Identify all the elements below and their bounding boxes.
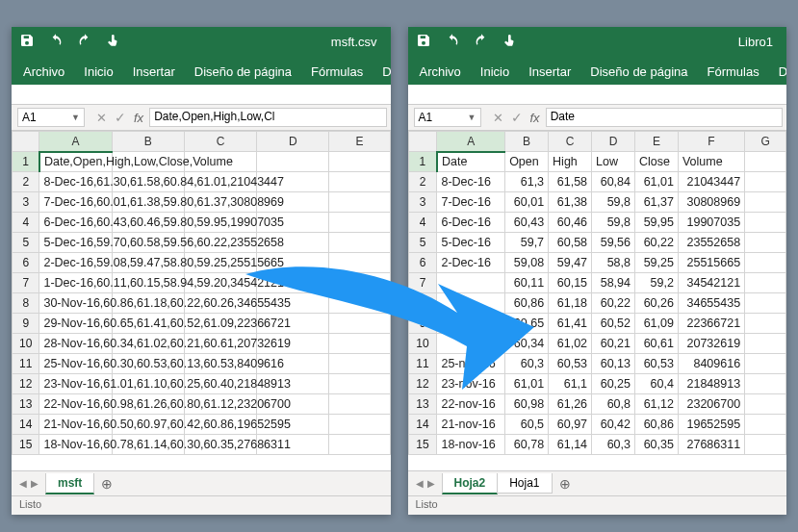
cell[interactable] bbox=[437, 273, 505, 293]
cell[interactable] bbox=[329, 192, 390, 213]
row-header[interactable]: 14 bbox=[408, 415, 437, 435]
row-header[interactable]: 1 bbox=[408, 152, 437, 172]
cell[interactable]: 59,8 bbox=[592, 192, 635, 213]
cell[interactable]: 22366721 bbox=[678, 314, 744, 334]
cell[interactable]: Low bbox=[592, 152, 635, 172]
row-header[interactable]: 6 bbox=[13, 253, 39, 273]
cell[interactable] bbox=[437, 293, 505, 314]
cell[interactable]: 8409616 bbox=[678, 354, 744, 374]
cell[interactable]: Volume bbox=[678, 152, 744, 172]
cell[interactable] bbox=[329, 253, 390, 273]
cell[interactable] bbox=[329, 354, 390, 374]
cell[interactable] bbox=[745, 415, 786, 435]
row-header[interactable]: 3 bbox=[13, 192, 39, 213]
cell[interactable] bbox=[745, 293, 786, 314]
cell[interactable]: 60,43 bbox=[505, 213, 549, 233]
tab-archivo[interactable]: Archivo bbox=[412, 59, 471, 85]
cell[interactable]: 59,25 bbox=[634, 253, 678, 273]
sheet-nav[interactable]: ◀▶ bbox=[12, 478, 46, 489]
cell[interactable]: 21043447 bbox=[678, 172, 744, 192]
cell[interactable]: 60,34 bbox=[505, 334, 549, 354]
cell[interactable] bbox=[329, 394, 390, 415]
row-header[interactable]: 6 bbox=[408, 253, 437, 273]
row-header[interactable]: 4 bbox=[13, 213, 39, 233]
col-header[interactable]: F bbox=[678, 132, 744, 152]
cancel-icon[interactable]: ✕ bbox=[96, 111, 107, 125]
tab-datos[interactable]: Dato bbox=[373, 59, 390, 85]
name-box[interactable]: A1 ▼ bbox=[414, 108, 481, 127]
cell[interactable]: 61,38 bbox=[549, 192, 592, 213]
cell[interactable] bbox=[745, 172, 786, 192]
col-header[interactable]: D bbox=[257, 132, 329, 152]
cell[interactable]: 25-Nov-16,60.30,60.53,60.13,60.53,840961… bbox=[39, 354, 112, 374]
cell[interactable]: 25515665 bbox=[678, 253, 744, 273]
cell[interactable]: 60,21 bbox=[592, 334, 635, 354]
select-all-cell[interactable] bbox=[13, 132, 39, 152]
cell[interactable]: 20732619 bbox=[678, 334, 744, 354]
cell[interactable] bbox=[745, 334, 786, 354]
tab-diseno[interactable]: Diseño de página bbox=[580, 59, 697, 85]
tab-inicio[interactable]: Inicio bbox=[74, 59, 122, 85]
cell[interactable]: 61,09 bbox=[634, 314, 678, 334]
cell[interactable]: 21-Nov-16,60.50,60.97,60.42,60.86,196525… bbox=[39, 415, 112, 435]
cell[interactable] bbox=[437, 334, 505, 354]
cell[interactable]: 60,4 bbox=[634, 374, 678, 394]
cell[interactable]: 7-Dec-16 bbox=[437, 192, 505, 213]
row-header[interactable]: 3 bbox=[408, 192, 437, 213]
sheet-tab-hoja2[interactable]: Hoja2 bbox=[442, 473, 499, 494]
cell[interactable]: 60,13 bbox=[592, 354, 635, 374]
row-header[interactable]: 1 bbox=[13, 152, 39, 172]
tab-formulas[interactable]: Fórmulas bbox=[301, 59, 373, 85]
col-header[interactable]: D bbox=[592, 132, 635, 152]
cell[interactable]: 60,8 bbox=[592, 394, 635, 415]
cell[interactable]: 60,65 bbox=[505, 314, 549, 334]
cell[interactable]: 60,42 bbox=[592, 415, 635, 435]
row-header[interactable]: 9 bbox=[13, 314, 39, 334]
formula-input[interactable]: Date bbox=[546, 108, 783, 127]
cell[interactable]: 29-Nov-16,60.65,61.41,60.52,61.09,223667… bbox=[39, 314, 112, 334]
name-box[interactable]: A1 ▼ bbox=[17, 108, 85, 127]
cell[interactable] bbox=[745, 273, 786, 293]
col-header[interactable]: C bbox=[184, 132, 256, 152]
cell[interactable]: 60,26 bbox=[634, 293, 678, 314]
cell[interactable]: 61,18 bbox=[549, 293, 592, 314]
col-header[interactable]: B bbox=[505, 132, 549, 152]
tab-datos[interactable]: Dat bbox=[769, 59, 786, 85]
cell[interactable] bbox=[329, 273, 390, 293]
cell[interactable]: 59,47 bbox=[549, 253, 592, 273]
cell[interactable]: 61,41 bbox=[549, 314, 592, 334]
dropdown-icon[interactable]: ▼ bbox=[71, 113, 80, 122]
cell[interactable]: 60,86 bbox=[634, 415, 678, 435]
row-header[interactable]: 10 bbox=[408, 334, 437, 354]
row-header[interactable]: 15 bbox=[13, 435, 39, 455]
cell[interactable]: 60,11 bbox=[505, 273, 549, 293]
tab-formulas[interactable]: Fórmulas bbox=[698, 59, 769, 85]
cell[interactable]: 23206700 bbox=[678, 394, 744, 415]
tab-inicio[interactable]: Inicio bbox=[471, 59, 519, 85]
cell[interactable] bbox=[745, 394, 786, 415]
cell[interactable]: 60,22 bbox=[592, 293, 635, 314]
cell[interactable]: 5-Dec-16,59.70,60.58,59.56,60.22,2355265… bbox=[39, 233, 112, 253]
touch-mode-icon[interactable] bbox=[106, 33, 121, 51]
cell[interactable]: 59,7 bbox=[505, 233, 549, 253]
enter-icon[interactable]: ✓ bbox=[115, 110, 126, 125]
cell[interactable]: 58,8 bbox=[592, 253, 635, 273]
row-header[interactable]: 5 bbox=[13, 233, 39, 253]
cell[interactable]: Open bbox=[505, 152, 549, 172]
save-icon[interactable] bbox=[19, 33, 35, 51]
col-header[interactable]: C bbox=[549, 132, 592, 152]
redo-icon[interactable] bbox=[474, 33, 489, 51]
cell[interactable]: 60,35 bbox=[634, 435, 678, 455]
cell[interactable] bbox=[329, 233, 390, 253]
cell[interactable] bbox=[329, 172, 390, 192]
sheet-grid[interactable]: ABCDE 1Date,Open,High,Low,Close,Volume28… bbox=[12, 131, 391, 470]
row-header[interactable]: 8 bbox=[408, 293, 437, 314]
cell[interactable]: 60,46 bbox=[549, 213, 592, 233]
col-header[interactable]: A bbox=[39, 132, 112, 152]
cell[interactable]: 34542121 bbox=[678, 273, 744, 293]
cell[interactable]: 61,12 bbox=[634, 394, 678, 415]
cell[interactable]: High bbox=[549, 152, 592, 172]
cell[interactable]: 7-Dec-16,60.01,61.38,59.80,61.37,3080896… bbox=[39, 192, 112, 213]
cell[interactable]: 60,86 bbox=[505, 293, 549, 314]
tab-archivo[interactable]: Archivo bbox=[15, 59, 74, 85]
